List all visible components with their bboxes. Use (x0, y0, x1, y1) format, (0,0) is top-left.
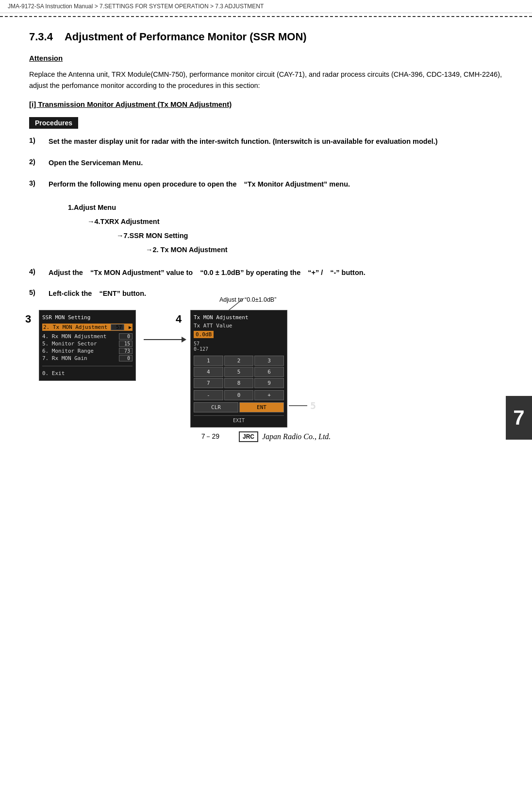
breadcrumb: JMA-9172-SA Instruction Manual > 7.SETTI… (0, 0, 532, 13)
numpad: 1 2 3 4 5 6 7 8 9 (194, 356, 284, 388)
step-2: 2) Open the Serviceman Menu. (29, 158, 503, 169)
key-1[interactable]: 1 (194, 356, 223, 366)
section-header: 7.3.4 Adjustment of Performance Monitor … (29, 31, 503, 43)
ssr-item-1-value: 0 (119, 333, 133, 340)
key-8[interactable]: 8 (224, 378, 254, 388)
label-5-container: 5 (289, 400, 316, 411)
step-1-number: 1) (29, 137, 49, 144)
page-number: 7－29 (201, 432, 219, 441)
section-title: Adjustment of Performance Monitor (SSR M… (65, 31, 307, 43)
section-number: 7.3.4 (29, 31, 53, 43)
footer: 7－29 JRC Japan Radio Co., Ltd. (0, 431, 532, 442)
action-row: CLR ENT (194, 402, 284, 412)
ssr-item-2-value: 15 (119, 341, 133, 347)
numpad-bottom: - 0 + (194, 390, 284, 400)
clr-button[interactable]: CLR (194, 402, 238, 412)
procedures-badge: Procedures (29, 117, 78, 129)
key-2[interactable]: 2 (224, 356, 254, 366)
ssr-screen-container: 3 SSR MON Setting 2. Tx MON Adjustment 5… (39, 310, 136, 381)
ssr-item-4: 7. Rx MON Gain 0 (42, 355, 133, 362)
attension-label: Attension (29, 54, 503, 62)
key-plus[interactable]: + (254, 390, 284, 400)
ssr-item-1: 4. Rx MON Adjustment 0 (42, 333, 133, 340)
step-3-number: 3) (29, 179, 49, 187)
ssr-item-3-label: 6. Monitor Range (42, 348, 94, 354)
ssr-screen: SSR MON Setting 2. Tx MON Adjustment 57 … (39, 310, 136, 381)
ssr-item-0-value: 57 (111, 324, 124, 330)
tx-screen-container: 4 Adjust to “0.0±1.0dB” Tx MON Adjustmen… (190, 310, 287, 428)
tx-title-1: Tx MON Adjustment (194, 314, 284, 321)
company-name: Japan Radio Co., Ltd. (262, 432, 331, 441)
step-5-number: 5) (29, 289, 49, 296)
ssr-item-4-value: 0 (119, 355, 133, 361)
chapter-number: 7 (513, 406, 524, 429)
ssr-item-3: 6. Monitor Range 73 (42, 347, 133, 355)
step-2-number: 2) (29, 158, 49, 166)
step-4-number: 4) (29, 268, 49, 275)
tx-range-top: 57 (194, 341, 284, 346)
arrow-line (144, 339, 183, 340)
menu-path: 1.Adjust Menu →4.TXRX Adjustment →7.SSR … (68, 201, 503, 257)
step-4: 4) Adjust the “Tx MON Adjustment” value … (29, 268, 503, 278)
step-2-text: Open the Serviceman Menu. (49, 158, 503, 169)
label-5-line (289, 401, 308, 411)
key-0[interactable]: 0 (224, 390, 254, 400)
label-3: 3 (25, 313, 31, 325)
ssr-item-0: 2. Tx MON Adjustment 57 ▶ (42, 324, 133, 331)
key-9[interactable]: 9 (254, 378, 284, 388)
tx-value-box: 0.0dB (194, 331, 214, 338)
tx-range-label: 0-127 (194, 346, 284, 352)
key-6[interactable]: 6 (254, 367, 284, 377)
menu-path-line2: →4.TXRX Adjustment (87, 215, 503, 229)
arrow-container (136, 339, 190, 340)
tx-range: 57 0-127 (194, 341, 284, 352)
ssr-item-0-label: 2. Tx MON Adjustment (43, 324, 107, 330)
menu-path-line3: →7.SSR MON Setting (116, 229, 503, 243)
tx-exit: EXIT (194, 415, 284, 423)
attension-body: Replace the Antenna unit, TRX Module(CMN… (29, 69, 503, 91)
screenshots-area: 3 SSR MON Setting 2. Tx MON Adjustment 5… (39, 310, 503, 428)
ssr-item-1-label: 4. Rx MON Adjustment (42, 333, 106, 340)
key-5[interactable]: 5 (224, 367, 254, 377)
key-minus[interactable]: - (194, 390, 223, 400)
ent-button[interactable]: ENT (239, 402, 284, 412)
ssr-item-4-label: 7. Rx MON Gain (42, 355, 87, 361)
step-1: 1) Set the master display unit for radar… (29, 137, 503, 147)
tx-title-2: Tx ATT Value (194, 323, 284, 329)
key-4[interactable]: 4 (194, 367, 223, 377)
label-5: 5 (310, 400, 316, 411)
tx-screen: Tx MON Adjustment Tx ATT Value 0.0dB 57 … (190, 310, 287, 428)
menu-path-line4: →2. Tx MON Adjustment (146, 243, 503, 257)
step-1-text: Set the master display unit for radar wi… (49, 137, 503, 147)
menu-path-line1: 1.Adjust Menu (68, 201, 503, 215)
step-3: 3) Perform the following menu open proce… (29, 179, 503, 190)
step-4-text: Adjust the “Tx MON Adjustment” value to … (49, 268, 503, 278)
jrc-label: JRC (239, 431, 258, 442)
steps-list: 1) Set the master display unit for radar… (29, 137, 503, 299)
ssr-exit: 0. Exit (42, 370, 133, 376)
label-4: 4 (176, 313, 182, 325)
main-content: 7.3.4 Adjustment of Performance Monitor … (0, 17, 532, 457)
step-3-text: Perform the following menu open procedur… (49, 179, 503, 190)
cursor-icon: ▶ (129, 325, 132, 330)
ssr-screen-title: SSR MON Setting (42, 314, 133, 321)
ssr-item-2-label: 5. Monitor Sector (42, 341, 97, 347)
key-7[interactable]: 7 (194, 378, 223, 388)
ssr-item-2: 5. Monitor Sector 15 (42, 340, 133, 347)
key-3[interactable]: 3 (254, 356, 284, 366)
jrc-logo: JRC Japan Radio Co., Ltd. (239, 431, 331, 442)
ssr-item-3-value: 73 (119, 348, 133, 354)
breadcrumb-text: JMA-9172-SA Instruction Manual > 7.SETTI… (8, 3, 264, 10)
transmission-heading: [i] Transmission Monitor Adjustment (Tx … (29, 100, 503, 108)
